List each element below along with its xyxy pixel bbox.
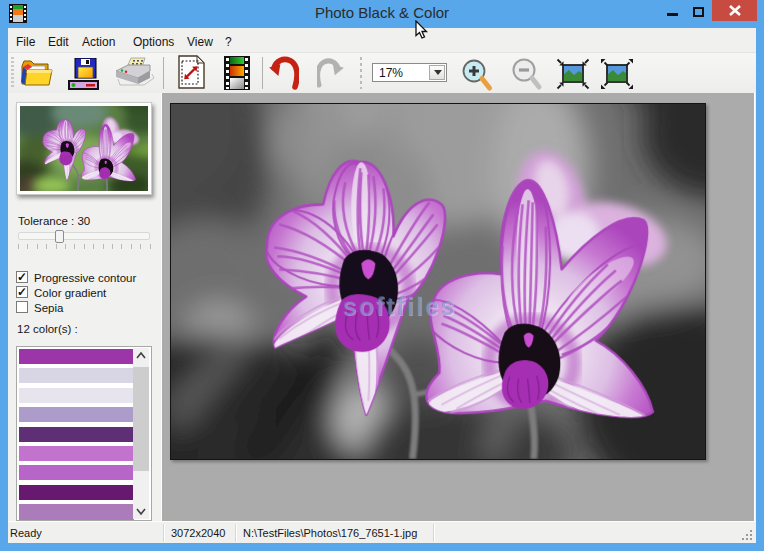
svg-text:softfiles: softfiles xyxy=(342,292,456,320)
